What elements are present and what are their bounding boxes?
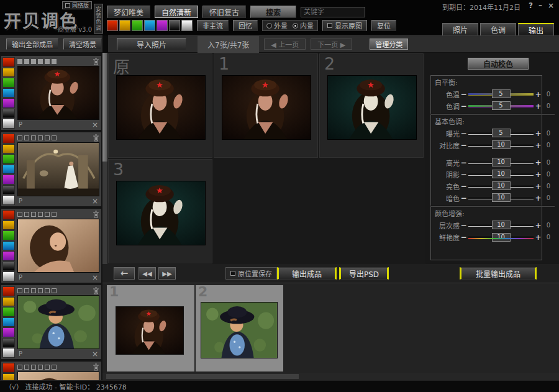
photo-variant-2[interactable] [327, 75, 417, 140]
filmstrip-photo-2[interactable] [201, 302, 278, 358]
category-retro-button[interactable]: 怀旧复古 [202, 6, 246, 18]
decrease-button[interactable]: − [460, 90, 468, 99]
keyword-input[interactable] [301, 7, 365, 17]
next-page-button[interactable]: 下一页 ▶ [311, 39, 352, 50]
filmstrip-photo-1[interactable] [116, 306, 184, 355]
slider-value[interactable]: 5 [492, 101, 511, 110]
import-photos-button[interactable]: 导入照片 [117, 38, 186, 50]
filmstrip-item-2[interactable]: 2 [196, 285, 283, 371]
filmstrip-item-1[interactable]: 1 [107, 285, 194, 371]
slider-value[interactable]: 10 [492, 140, 511, 149]
decrease-button[interactable]: − [460, 158, 468, 167]
slider-value[interactable]: 10 [492, 158, 511, 166]
category-dreamy-button[interactable]: 梦幻唯美 [107, 6, 150, 18]
decrease-button[interactable]: − [460, 129, 468, 138]
grid-scrollbar-thumb[interactable] [102, 53, 107, 162]
reset-button[interactable]: 复位 [371, 20, 396, 31]
preset-group-5[interactable]: P × [1, 362, 101, 380]
prev-page-button[interactable]: ◀ 上一页 [264, 39, 306, 50]
tab-tone[interactable]: 色调 [480, 23, 516, 35]
exposure-slider[interactable]: 5 [468, 132, 534, 135]
decrease-button[interactable]: − [460, 141, 468, 150]
increase-button[interactable]: + [534, 170, 542, 179]
tab-photo[interactable]: 照片 [442, 23, 478, 35]
highlights-slider[interactable]: 10 [468, 162, 534, 164]
preset-group-4[interactable]: P × [1, 285, 101, 359]
swatch-green[interactable] [132, 20, 143, 31]
trash-icon[interactable] [93, 287, 99, 294]
swatch-yellow[interactable] [119, 20, 130, 31]
rewind-button[interactable]: ◀◀ [139, 267, 156, 280]
decrease-button[interactable]: − [460, 102, 468, 111]
remove-group-icon[interactable]: × [92, 350, 98, 358]
remove-group-icon[interactable]: × [92, 273, 98, 282]
variant-cell-1[interactable]: 1 [214, 53, 318, 158]
blacks-slider[interactable]: 10 [468, 197, 534, 199]
tint-slider[interactable]: 5 [468, 105, 534, 107]
category-natural-button[interactable]: 自然清新 [155, 6, 198, 18]
swatch-black[interactable] [169, 20, 180, 31]
variant-cell-3[interactable]: 3 [108, 159, 212, 263]
group-thumbnail[interactable] [17, 66, 99, 120]
save-in-place-toggle[interactable]: 原位置保存 [225, 267, 277, 280]
manage-category-button[interactable]: 管理分类 [370, 39, 408, 50]
scene-outdoor-radio[interactable]: 外景 [266, 21, 288, 30]
subcategory-nonmainstream-button[interactable]: 非主流 [197, 20, 229, 31]
increase-button[interactable]: + [534, 141, 542, 150]
temperature-slider[interactable]: 5 [468, 93, 534, 96]
trash-icon[interactable] [93, 134, 99, 142]
decrease-button[interactable]: − [460, 182, 468, 191]
group-thumbnail[interactable] [17, 295, 99, 349]
slider-value[interactable]: 10 [492, 170, 511, 178]
increase-button[interactable]: + [534, 102, 542, 111]
photo-variant-3[interactable] [116, 181, 206, 245]
increase-button[interactable]: + [534, 233, 542, 242]
swatch-white[interactable] [181, 20, 193, 31]
whites-slider[interactable]: 10 [468, 185, 534, 188]
preset-group-2[interactable]: P × [1, 132, 101, 206]
slider-value[interactable]: 10 [492, 221, 511, 229]
clear-scene-button[interactable]: 清空场景 [63, 39, 102, 50]
tab-output[interactable]: 输出 [518, 23, 554, 35]
swatch-magenta[interactable] [157, 20, 168, 31]
photo-original[interactable] [116, 75, 206, 140]
export-all-button[interactable]: 输出全部成品 [6, 39, 58, 50]
swatch-red[interactable] [107, 20, 118, 31]
increase-button[interactable]: + [534, 129, 542, 138]
contrast-slider[interactable]: 10 [468, 144, 534, 147]
increase-button[interactable]: + [534, 221, 542, 230]
search-button[interactable]: 搜索 [250, 6, 296, 18]
slider-value[interactable]: 10 [492, 193, 511, 202]
show-original-toggle[interactable]: 显示原图 [322, 20, 367, 31]
forward-button[interactable]: ▶▶ [158, 267, 176, 280]
export-psd-button[interactable]: 导出PSD [339, 267, 389, 280]
decrease-button[interactable]: − [460, 194, 468, 203]
auto-color-button[interactable]: 自动校色 [468, 58, 529, 70]
export-finished-button[interactable]: 输出成品 [277, 267, 337, 280]
scene-indoor-radio[interactable]: 内景 [293, 21, 314, 30]
slider-value[interactable]: 5 [492, 129, 511, 137]
subcategory-memory-button[interactable]: 回忆 [233, 20, 258, 31]
group-thumbnail[interactable] [17, 371, 99, 380]
slider-value[interactable]: 5 [492, 89, 511, 98]
depth-slider[interactable]: 10 [468, 224, 534, 227]
decrease-button[interactable]: − [460, 233, 468, 242]
close-button[interactable]: × [548, 1, 554, 10]
decrease-button[interactable]: − [460, 170, 468, 179]
decrease-button[interactable]: − [460, 221, 468, 230]
increase-button[interactable]: + [534, 194, 542, 203]
help-button[interactable]: ? [529, 1, 533, 10]
increase-button[interactable]: + [534, 182, 542, 191]
install-tones-vertical-tab[interactable]: 安装色调 [94, 4, 103, 34]
swatch-cyan[interactable] [144, 20, 155, 31]
photo-variant-1[interactable] [222, 75, 311, 140]
minimize-button[interactable]: – [539, 1, 542, 10]
save-in-place-checkbox[interactable] [230, 271, 235, 276]
slider-value[interactable]: 10 [492, 233, 511, 242]
show-original-checkbox[interactable] [327, 23, 332, 28]
grid-scrollbar[interactable] [102, 53, 107, 264]
trash-icon[interactable] [93, 58, 99, 65]
trash-icon[interactable] [93, 363, 99, 371]
shadows-slider[interactable]: 10 [468, 173, 534, 176]
variant-cell-original[interactable]: 原 [108, 53, 212, 158]
